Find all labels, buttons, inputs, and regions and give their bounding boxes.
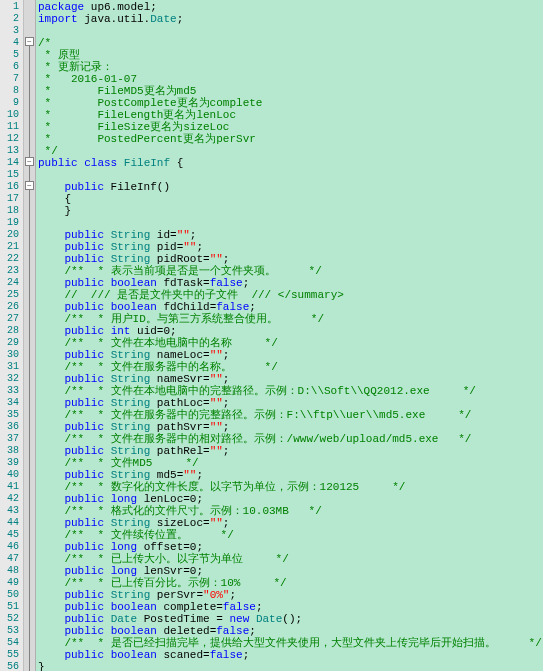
line-number: 8 [0, 85, 19, 97]
line-number: 55 [0, 649, 19, 661]
code-line[interactable]: public boolean deleted=false; [38, 625, 543, 637]
line-number: 56 [0, 661, 19, 671]
code-line[interactable]: public String pathLoc=""; [38, 397, 543, 409]
code-line[interactable]: /** * 文件续传位置。 */ [38, 529, 543, 541]
line-number: 24 [0, 277, 19, 289]
code-line[interactable]: public boolean fdChild=false; [38, 301, 543, 313]
code-line[interactable] [38, 25, 543, 37]
line-number: 17 [0, 193, 19, 205]
code-line[interactable]: public String sizeLoc=""; [38, 517, 543, 529]
code-line[interactable]: public String pathSvr=""; [38, 421, 543, 433]
line-number: 35 [0, 409, 19, 421]
code-line[interactable]: public boolean scaned=false; [38, 649, 543, 661]
code-line[interactable]: /** * 数字化的文件长度。以字节为单位，示例：120125 */ [38, 481, 543, 493]
code-line[interactable]: package up6.model; [38, 1, 543, 13]
line-number: 36 [0, 421, 19, 433]
line-number: 50 [0, 589, 19, 601]
code-line[interactable]: /** * 表示当前项是否是一个文件夹项。 */ [38, 265, 543, 277]
code-line[interactable]: import java.util.Date; [38, 13, 543, 25]
line-number: 9 [0, 97, 19, 109]
code-line[interactable]: * 原型 [38, 49, 543, 61]
code-line[interactable]: /** * 文件在本地电脑中的完整路径。示例：D:\\Soft\\QQ2012.… [38, 385, 543, 397]
line-number: 44 [0, 517, 19, 529]
fold-guide-line [29, 37, 30, 671]
code-line[interactable]: * FileLength更名为lenLoc [38, 109, 543, 121]
line-number: 40 [0, 469, 19, 481]
line-number-gutter: 1234567891011121314151617181920212223242… [0, 0, 24, 671]
code-line[interactable]: public class FileInf { [38, 157, 543, 169]
line-number: 3 [0, 25, 19, 37]
code-line[interactable]: public String pidRoot=""; [38, 253, 543, 265]
line-number: 28 [0, 325, 19, 337]
line-number: 23 [0, 265, 19, 277]
line-number: 26 [0, 301, 19, 313]
code-line[interactable]: * FileMD5更名为md5 [38, 85, 543, 97]
code-line[interactable]: public Date PostedTime = new Date(); [38, 613, 543, 625]
code-line[interactable]: public long lenSvr=0; [38, 565, 543, 577]
line-number: 46 [0, 541, 19, 553]
line-number: 49 [0, 577, 19, 589]
line-number: 11 [0, 121, 19, 133]
code-line[interactable]: public long lenLoc=0; [38, 493, 543, 505]
line-number: 6 [0, 61, 19, 73]
code-line[interactable]: /** * 文件在服务器中的相对路径。示例：/www/web/upload/md… [38, 433, 543, 445]
code-line[interactable]: /** * 文件MD5 */ [38, 457, 543, 469]
fold-toggle-icon[interactable]: − [25, 157, 34, 166]
code-line[interactable]: * PostedPercent更名为perSvr [38, 133, 543, 145]
code-area[interactable]: package up6.model;import java.util.Date;… [36, 0, 543, 671]
code-line[interactable]: * 更新记录： [38, 61, 543, 73]
line-number: 25 [0, 289, 19, 301]
code-line[interactable]: public String perSvr="0%"; [38, 589, 543, 601]
line-number: 33 [0, 385, 19, 397]
code-line[interactable]: /** * 是否已经扫描完毕，提供给大型文件夹使用，大型文件夹上传完毕后开始扫描… [38, 637, 543, 649]
line-number: 38 [0, 445, 19, 457]
code-line[interactable]: public long offset=0; [38, 541, 543, 553]
line-number: 43 [0, 505, 19, 517]
code-line[interactable]: } [38, 661, 543, 671]
code-line[interactable]: * PostComplete更名为complete [38, 97, 543, 109]
code-line[interactable]: /** * 文件在服务器中的完整路径。示例：F:\\ftp\\uer\\md5.… [38, 409, 543, 421]
fold-toggle-icon[interactable]: − [25, 37, 34, 46]
code-line[interactable] [38, 169, 543, 181]
code-line[interactable]: // /// 是否是文件夹中的子文件 /// </summary> [38, 289, 543, 301]
code-line[interactable]: } [38, 205, 543, 217]
code-line[interactable]: public int uid=0; [38, 325, 543, 337]
code-line[interactable]: public FileInf() [38, 181, 543, 193]
code-line[interactable]: /** * 格式化的文件尺寸。示例：10.03MB */ [38, 505, 543, 517]
code-line[interactable]: /** * 用户ID。与第三方系统整合使用。 */ [38, 313, 543, 325]
code-line[interactable]: public String nameLoc=""; [38, 349, 543, 361]
line-number: 18 [0, 205, 19, 217]
line-number: 54 [0, 637, 19, 649]
code-line[interactable]: * 2016-01-07 [38, 73, 543, 85]
line-number: 45 [0, 529, 19, 541]
code-line[interactable]: public String pid=""; [38, 241, 543, 253]
code-line[interactable]: * FileSize更名为sizeLoc [38, 121, 543, 133]
code-line[interactable]: /* [38, 37, 543, 49]
code-line[interactable]: public boolean complete=false; [38, 601, 543, 613]
line-number: 51 [0, 601, 19, 613]
line-number: 41 [0, 481, 19, 493]
code-line[interactable]: public String nameSvr=""; [38, 373, 543, 385]
line-number: 34 [0, 397, 19, 409]
code-line[interactable]: /** * 已上传大小。以字节为单位 */ [38, 553, 543, 565]
code-line[interactable]: /** * 文件在服务器中的名称。 */ [38, 361, 543, 373]
line-number: 30 [0, 349, 19, 361]
code-line[interactable]: public boolean fdTask=false; [38, 277, 543, 289]
code-line[interactable]: /** * 已上传百分比。示例：10% */ [38, 577, 543, 589]
code-line[interactable]: /** * 文件在本地电脑中的名称 */ [38, 337, 543, 349]
line-number: 10 [0, 109, 19, 121]
code-line[interactable]: public String pathRel=""; [38, 445, 543, 457]
code-line[interactable]: { [38, 193, 543, 205]
code-line[interactable]: */ [38, 145, 543, 157]
code-line[interactable] [38, 217, 543, 229]
fold-toggle-icon[interactable]: − [25, 181, 34, 190]
line-number: 39 [0, 457, 19, 469]
code-line[interactable]: public String md5=""; [38, 469, 543, 481]
line-number: 15 [0, 169, 19, 181]
line-number: 31 [0, 361, 19, 373]
line-number: 7 [0, 73, 19, 85]
code-line[interactable]: public String id=""; [38, 229, 543, 241]
line-number: 16 [0, 181, 19, 193]
line-number: 32 [0, 373, 19, 385]
line-number: 5 [0, 49, 19, 61]
